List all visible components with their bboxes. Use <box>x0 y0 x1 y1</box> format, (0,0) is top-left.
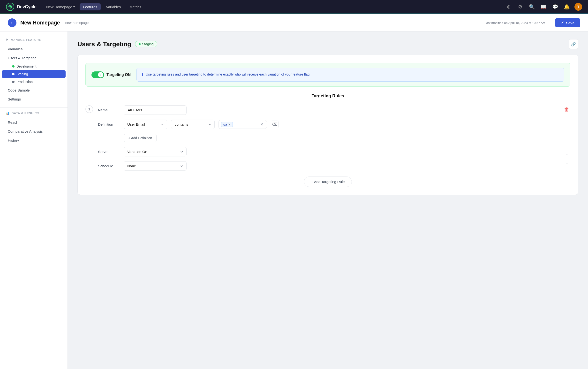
add-targeting-rule-button[interactable]: + Add Targeting Rule <box>304 176 352 187</box>
save-button[interactable]: ✓ Save <box>555 18 580 27</box>
move-up-button[interactable]: ↑ <box>564 151 570 158</box>
page-header: ← New Homepage new-homepage Last modifie… <box>0 14 588 31</box>
project-dropdown-label: New Homepage <box>46 5 72 9</box>
definition-operator-select[interactable]: contains <box>171 120 215 129</box>
rule-number: 1 <box>85 105 93 113</box>
schedule-select[interactable]: None <box>124 161 187 171</box>
page-slug: new-homepage <box>65 21 89 25</box>
bell-icon[interactable]: 🔔 <box>563 3 571 11</box>
sidebar-item-history[interactable]: History <box>2 136 66 145</box>
dot-production <box>12 81 15 83</box>
definition-tag-input[interactable]: qa ✕ ✕ <box>219 120 267 129</box>
rule-name-row: Name <box>98 105 570 115</box>
project-dropdown[interactable]: New Homepage ▾ <box>43 3 78 10</box>
sidebar-item-settings[interactable]: Settings <box>2 95 66 104</box>
content-header: Users & Targeting Staging 🔗 <box>77 39 578 49</box>
info-text: Use targeting rules and user targeting t… <box>146 72 310 77</box>
rule-schedule-row: Schedule None <box>98 161 570 171</box>
link-button[interactable]: 🔗 <box>569 39 578 49</box>
content-title: Users & Targeting <box>77 41 131 48</box>
rule-reorder-buttons: ↑ ↓ <box>564 151 570 166</box>
definition-type-select[interactable]: User Email <box>124 120 167 129</box>
rule-content: Name Definition User Email contains <box>98 105 570 171</box>
tab-metrics[interactable]: Metrics <box>126 3 144 10</box>
toggle-knob: ✓ <box>98 72 103 77</box>
manage-feature-label: ⚑ MANAGE FEATURE <box>0 38 68 42</box>
logo[interactable]: DevCycle <box>6 2 37 11</box>
sidebar-item-comparative[interactable]: Comparative Analysis <box>2 127 66 136</box>
tab-features[interactable]: Features <box>80 3 101 10</box>
main-content: Users & Targeting Staging 🔗 ✓ Targ <box>68 31 588 369</box>
add-definition-button[interactable]: + Add Definition <box>124 134 157 142</box>
settings-icon[interactable]: ⚙ <box>516 3 524 11</box>
name-label: Name <box>98 108 120 112</box>
targeting-toggle[interactable]: ✓ <box>91 72 104 78</box>
tag-qa: qa ✕ <box>221 122 233 127</box>
add-icon[interactable]: ⊕ <box>505 3 512 11</box>
rule-definition-row: Definition User Email contains qa ✕ <box>98 120 570 129</box>
tab-variables[interactable]: Variables <box>103 3 124 10</box>
tag-clear-button[interactable]: ✕ <box>259 122 264 127</box>
sidebar-item-reach[interactable]: Reach <box>2 118 66 127</box>
chevron-down-icon: ▾ <box>73 5 75 9</box>
logo-text: DevCycle <box>17 4 37 10</box>
last-modified: Last modified on April 18, 2023 at 10:57… <box>484 21 545 25</box>
link-icon: 🔗 <box>571 42 576 46</box>
back-button[interactable]: ← <box>8 18 16 27</box>
info-icon: ℹ <box>141 72 143 77</box>
backspace-icon: ⌫ <box>272 122 278 127</box>
discord-icon[interactable]: 💬 <box>551 3 559 11</box>
topnav: DevCycle New Homepage ▾ Features Variabl… <box>0 0 588 14</box>
tag-remove-button[interactable]: ✕ <box>228 123 231 126</box>
targeting-banner: ✓ Targeting ON ℹ Use targeting rules and… <box>85 63 570 87</box>
serve-select[interactable]: Variation On <box>124 147 187 156</box>
targeting-toggle-container: ✓ Targeting ON <box>91 72 131 78</box>
avatar[interactable]: T <box>574 3 582 11</box>
back-arrow-icon: ← <box>10 20 14 25</box>
schedule-label: Schedule <box>98 164 120 168</box>
page-title: New Homepage <box>20 20 60 26</box>
chart-icon: 📊 <box>6 112 10 115</box>
check-icon: ✓ <box>561 20 564 25</box>
serve-label: Serve <box>98 150 120 154</box>
sidebar-sub-production[interactable]: Production <box>2 78 66 86</box>
sidebar-item-users-targeting[interactable]: Users & Targeting <box>2 53 66 62</box>
toggle-check-icon: ✓ <box>100 73 102 77</box>
dot-development <box>12 65 15 68</box>
svg-point-1 <box>10 6 11 8</box>
docs-icon[interactable]: 📖 <box>540 3 547 11</box>
targeting-card: ✓ Targeting ON ℹ Use targeting rules and… <box>77 55 578 195</box>
clear-all-button[interactable]: ⌫ <box>271 121 279 128</box>
sidebar-sub-staging[interactable]: Staging <box>2 70 66 78</box>
rule-serve-row: Serve Variation On <box>98 147 570 156</box>
search-icon[interactable]: 🔍 <box>528 3 536 11</box>
sidebar-item-code-sample[interactable]: Code Sample <box>2 86 66 95</box>
toggle-label: Targeting ON <box>107 73 131 77</box>
delete-rule-button[interactable]: 🗑 <box>563 105 570 113</box>
topnav-right: ⊕ ⚙ 🔍 📖 💬 🔔 T <box>505 3 582 11</box>
targeting-info-box: ℹ Use targeting rules and user targeting… <box>137 68 564 82</box>
env-badge: Staging <box>135 41 157 47</box>
data-results-label: 📊 DATA & RESULTS <box>0 112 68 115</box>
sidebar-sub-development[interactable]: Development <box>2 62 66 70</box>
definition-label: Definition <box>98 122 120 126</box>
move-down-button[interactable]: ↓ <box>564 159 570 166</box>
env-badge-dot <box>139 43 140 45</box>
targeting-rule: 1 🗑 ↑ ↓ Name Definition <box>85 105 570 171</box>
dot-staging <box>12 73 15 75</box>
main-layout: ⚑ MANAGE FEATURE Variables Users & Targe… <box>0 31 588 369</box>
targeting-rules-title: Targeting Rules <box>85 93 570 99</box>
sidebar: ⚑ MANAGE FEATURE Variables Users & Targe… <box>0 31 68 369</box>
rule-name-input[interactable] <box>124 105 187 115</box>
sidebar-item-variables[interactable]: Variables <box>2 45 66 53</box>
flag-icon: ⚑ <box>6 38 9 42</box>
